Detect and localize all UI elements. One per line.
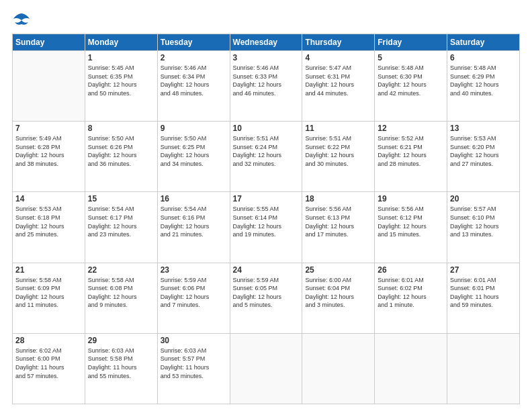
day-info: Sunrise: 5:49 AM Sunset: 6:28 PM Dayligh… <box>15 134 82 168</box>
day-number: 7 <box>15 124 82 133</box>
day-info: Sunrise: 5:46 AM Sunset: 6:33 PM Dayligh… <box>233 64 300 97</box>
header-sunday: Sunday <box>13 34 85 51</box>
day-number: 27 <box>450 265 517 275</box>
day-number: 21 <box>15 265 82 275</box>
day-info: Sunrise: 6:01 AM Sunset: 6:02 PM Dayligh… <box>378 276 444 310</box>
day-number: 17 <box>233 194 300 203</box>
day-info: Sunrise: 5:59 AM Sunset: 6:06 PM Dayligh… <box>161 276 227 310</box>
day-info: Sunrise: 5:52 AM Sunset: 6:21 PM Dayligh… <box>378 134 444 168</box>
day-number: 9 <box>161 124 227 133</box>
day-number: 15 <box>88 194 154 203</box>
weekday-header-row: Sunday Monday Tuesday Wednesday Thursday… <box>13 34 520 51</box>
day-number: 24 <box>233 265 300 275</box>
table-cell <box>13 51 85 122</box>
day-number: 1 <box>88 53 154 62</box>
day-info: Sunrise: 6:02 AM Sunset: 6:00 PM Dayligh… <box>15 347 82 380</box>
table-cell: 20Sunrise: 5:57 AM Sunset: 6:10 PM Dayli… <box>447 192 520 263</box>
day-number: 4 <box>305 53 371 62</box>
day-number: 29 <box>88 336 154 345</box>
table-cell: 13Sunrise: 5:53 AM Sunset: 6:20 PM Dayli… <box>447 122 520 192</box>
table-cell: 8Sunrise: 5:50 AM Sunset: 6:26 PM Daylig… <box>85 122 157 192</box>
table-cell: 25Sunrise: 6:00 AM Sunset: 6:04 PM Dayli… <box>302 263 375 333</box>
day-info: Sunrise: 5:50 AM Sunset: 6:25 PM Dayligh… <box>161 134 227 168</box>
header-tuesday: Tuesday <box>157 34 230 51</box>
table-cell: 15Sunrise: 5:54 AM Sunset: 6:17 PM Dayli… <box>85 192 157 263</box>
day-number: 22 <box>88 265 154 275</box>
table-cell <box>375 333 447 404</box>
day-number: 16 <box>161 194 227 203</box>
table-cell: 29Sunrise: 6:03 AM Sunset: 5:58 PM Dayli… <box>85 333 157 404</box>
day-number: 25 <box>305 265 371 275</box>
header-monday: Monday <box>85 34 157 51</box>
day-info: Sunrise: 5:57 AM Sunset: 6:10 PM Dayligh… <box>450 205 517 238</box>
header-saturday: Saturday <box>447 34 520 51</box>
table-cell: 9Sunrise: 5:50 AM Sunset: 6:25 PM Daylig… <box>157 122 230 192</box>
calendar-week-row: 28Sunrise: 6:02 AM Sunset: 6:00 PM Dayli… <box>13 333 520 404</box>
day-info: Sunrise: 5:53 AM Sunset: 6:20 PM Dayligh… <box>450 134 517 168</box>
day-info: Sunrise: 5:58 AM Sunset: 6:08 PM Dayligh… <box>88 276 154 310</box>
day-info: Sunrise: 6:00 AM Sunset: 6:04 PM Dayligh… <box>305 276 371 310</box>
table-cell: 23Sunrise: 5:59 AM Sunset: 6:06 PM Dayli… <box>157 263 230 333</box>
day-info: Sunrise: 5:54 AM Sunset: 6:16 PM Dayligh… <box>161 205 227 238</box>
table-cell: 3Sunrise: 5:46 AM Sunset: 6:33 PM Daylig… <box>230 51 302 122</box>
day-number: 2 <box>161 53 227 62</box>
day-number: 10 <box>233 124 300 133</box>
day-number: 14 <box>15 194 82 203</box>
table-cell: 4Sunrise: 5:47 AM Sunset: 6:31 PM Daylig… <box>302 51 375 122</box>
table-cell: 7Sunrise: 5:49 AM Sunset: 6:28 PM Daylig… <box>13 122 85 192</box>
table-cell: 26Sunrise: 6:01 AM Sunset: 6:02 PM Dayli… <box>375 263 447 333</box>
calendar-table: Sunday Monday Tuesday Wednesday Thursday… <box>12 34 520 404</box>
calendar-page: Sunday Monday Tuesday Wednesday Thursday… <box>0 0 532 411</box>
logo-icon <box>12 12 31 27</box>
table-cell: 24Sunrise: 5:59 AM Sunset: 6:05 PM Dayli… <box>230 263 302 333</box>
day-number: 23 <box>161 265 227 275</box>
day-info: Sunrise: 5:48 AM Sunset: 6:29 PM Dayligh… <box>450 64 517 97</box>
table-cell: 10Sunrise: 5:51 AM Sunset: 6:24 PM Dayli… <box>230 122 302 192</box>
day-info: Sunrise: 6:03 AM Sunset: 5:58 PM Dayligh… <box>88 347 154 380</box>
day-number: 5 <box>378 53 444 62</box>
day-info: Sunrise: 5:56 AM Sunset: 6:13 PM Dayligh… <box>305 205 371 238</box>
day-info: Sunrise: 5:45 AM Sunset: 6:35 PM Dayligh… <box>88 64 154 97</box>
calendar-week-row: 1Sunrise: 5:45 AM Sunset: 6:35 PM Daylig… <box>13 51 520 122</box>
day-number: 26 <box>378 265 444 275</box>
day-info: Sunrise: 5:53 AM Sunset: 6:18 PM Dayligh… <box>15 205 82 238</box>
table-cell: 17Sunrise: 5:55 AM Sunset: 6:14 PM Dayli… <box>230 192 302 263</box>
day-info: Sunrise: 5:54 AM Sunset: 6:17 PM Dayligh… <box>88 205 154 238</box>
calendar-week-row: 21Sunrise: 5:58 AM Sunset: 6:09 PM Dayli… <box>13 263 520 333</box>
table-cell: 27Sunrise: 6:01 AM Sunset: 6:01 PM Dayli… <box>447 263 520 333</box>
header <box>12 12 520 27</box>
table-cell: 1Sunrise: 5:45 AM Sunset: 6:35 PM Daylig… <box>85 51 157 122</box>
table-cell <box>447 333 520 404</box>
table-cell: 5Sunrise: 5:48 AM Sunset: 6:30 PM Daylig… <box>375 51 447 122</box>
day-info: Sunrise: 6:03 AM Sunset: 5:57 PM Dayligh… <box>161 347 227 380</box>
calendar-week-row: 14Sunrise: 5:53 AM Sunset: 6:18 PM Dayli… <box>13 192 520 263</box>
day-number: 6 <box>450 53 517 62</box>
day-number: 8 <box>88 124 154 133</box>
day-number: 11 <box>305 124 371 133</box>
header-thursday: Thursday <box>302 34 375 51</box>
table-cell: 11Sunrise: 5:51 AM Sunset: 6:22 PM Dayli… <box>302 122 375 192</box>
day-number: 3 <box>233 53 300 62</box>
table-cell: 19Sunrise: 5:56 AM Sunset: 6:12 PM Dayli… <box>375 192 447 263</box>
table-cell: 21Sunrise: 5:58 AM Sunset: 6:09 PM Dayli… <box>13 263 85 333</box>
day-info: Sunrise: 5:58 AM Sunset: 6:09 PM Dayligh… <box>15 276 82 310</box>
table-cell: 28Sunrise: 6:02 AM Sunset: 6:00 PM Dayli… <box>13 333 85 404</box>
table-cell: 12Sunrise: 5:52 AM Sunset: 6:21 PM Dayli… <box>375 122 447 192</box>
calendar-week-row: 7Sunrise: 5:49 AM Sunset: 6:28 PM Daylig… <box>13 122 520 192</box>
logo <box>12 12 34 27</box>
table-cell: 16Sunrise: 5:54 AM Sunset: 6:16 PM Dayli… <box>157 192 230 263</box>
day-number: 18 <box>305 194 371 203</box>
day-info: Sunrise: 5:48 AM Sunset: 6:30 PM Dayligh… <box>378 64 444 97</box>
table-cell: 18Sunrise: 5:56 AM Sunset: 6:13 PM Dayli… <box>302 192 375 263</box>
day-number: 30 <box>161 336 227 345</box>
table-cell: 22Sunrise: 5:58 AM Sunset: 6:08 PM Dayli… <box>85 263 157 333</box>
day-info: Sunrise: 5:59 AM Sunset: 6:05 PM Dayligh… <box>233 276 300 310</box>
table-cell: 6Sunrise: 5:48 AM Sunset: 6:29 PM Daylig… <box>447 51 520 122</box>
table-cell: 14Sunrise: 5:53 AM Sunset: 6:18 PM Dayli… <box>13 192 85 263</box>
day-number: 12 <box>378 124 444 133</box>
day-number: 19 <box>378 194 444 203</box>
table-cell <box>230 333 302 404</box>
day-number: 28 <box>15 336 82 345</box>
day-info: Sunrise: 5:50 AM Sunset: 6:26 PM Dayligh… <box>88 134 154 168</box>
day-info: Sunrise: 5:55 AM Sunset: 6:14 PM Dayligh… <box>233 205 300 238</box>
